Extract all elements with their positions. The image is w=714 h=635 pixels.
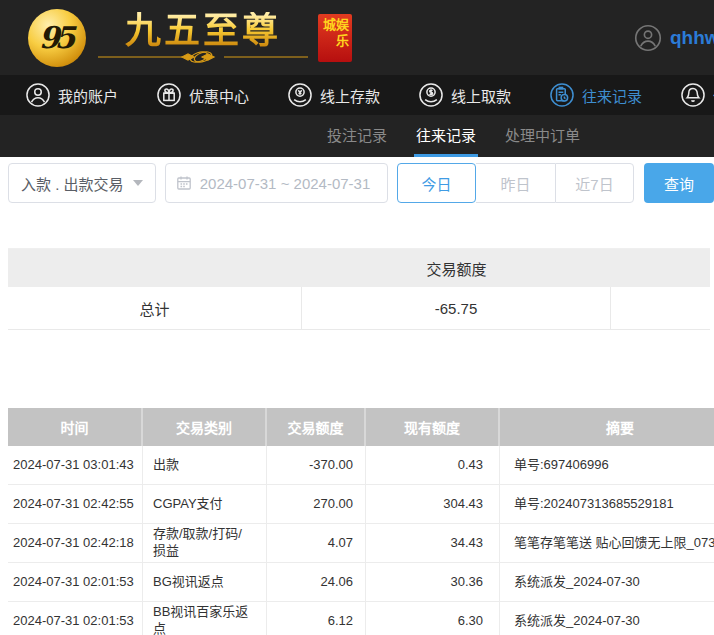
nav-item-label: 往来记录 — [582, 85, 642, 106]
calendar-icon — [176, 175, 192, 191]
deposit-icon — [287, 82, 313, 108]
cell-amount: 270.00 — [267, 485, 366, 523]
cell-time: 2024-07-31 02:01:53 — [8, 563, 143, 601]
date-range-input[interactable]: 2024-07-31 ~ 2024-07-31 — [165, 163, 388, 203]
avatar-icon[interactable] — [634, 24, 662, 52]
query-button[interactable]: 查询 — [644, 163, 714, 203]
cell-type: BG视讯返点 — [143, 563, 267, 601]
quick-range-today[interactable]: 今日 — [397, 163, 476, 203]
quick-range-group: 今日昨日近7日 — [397, 163, 634, 203]
nav-item-account[interactable]: 我的账户 — [25, 82, 118, 108]
flourish-ornament-icon — [96, 50, 310, 63]
table-header-row: 时间交易类别交易额度现有额度摘要 — [8, 408, 714, 446]
nav-item-deposit[interactable]: 线上存款 — [287, 82, 380, 108]
nav-item-promo[interactable]: 优惠中心 — [156, 82, 249, 108]
username[interactable]: qhhw2 — [670, 27, 714, 49]
summary-table: 交易额度 总计 -65.75 — [8, 248, 710, 330]
nav-item-label: 线上存款 — [320, 85, 380, 106]
filter-row: 入款 . 出款交易 2024-07-31 ~ 2024-07-31 今日昨日近7… — [8, 163, 714, 203]
summary-header-row: 交易额度 — [8, 249, 710, 287]
table-body: 2024-07-31 03:01:43出款-370.000.43单号:69740… — [8, 446, 714, 635]
withdraw-icon — [418, 82, 444, 108]
nav-item-label: 我的账户 — [58, 85, 118, 106]
table-row: 2024-07-31 02:01:53BG视讯返点24.0630.36系统派发_… — [8, 563, 714, 602]
logo-badge: 娱乐城 — [318, 14, 352, 62]
cell-amount: -370.00 — [267, 446, 366, 484]
quick-range-last7days[interactable]: 近7日 — [555, 163, 634, 203]
column-header-sum: 摘要 — [500, 408, 714, 446]
nav-item-label: 线上取款 — [451, 85, 511, 106]
table-row: 2024-07-31 02:01:53BB视讯百家乐返点6.126.30系统派发… — [8, 602, 714, 635]
table-row: 2024-07-31 02:42:18存款/取款/打码/损益4.0734.43笔… — [8, 524, 714, 563]
column-header-time: 时间 — [8, 408, 143, 446]
nav-item-messages[interactable]: 信息 — [680, 82, 714, 108]
cell-type: BB视讯百家乐返点 — [143, 602, 267, 635]
cell-type: CGPAY支付 — [143, 485, 267, 523]
nav-item-records[interactable]: 往来记录 — [549, 82, 642, 108]
user-icon — [25, 82, 51, 108]
logo-monogram: 95 — [28, 9, 86, 67]
cell-time: 2024-07-31 03:01:43 — [8, 446, 143, 484]
cell-summary: 系统派发_2024-07-30 — [500, 602, 714, 635]
tab-pending-orders[interactable]: 处理中订单 — [505, 115, 580, 157]
transaction-type-value: 入款 . 出款交易 — [21, 173, 124, 194]
cell-balance: 30.36 — [366, 563, 500, 601]
cell-summary: 单号:697406996 — [500, 446, 714, 484]
summary-total-row: 总计 -65.75 — [8, 287, 710, 330]
summary-row-label: 总计 — [8, 287, 302, 329]
column-header-type: 交易类别 — [143, 408, 267, 446]
summary-total-value: -65.75 — [302, 287, 611, 329]
cell-balance: 6.30 — [366, 602, 500, 635]
cell-type: 出款 — [143, 446, 267, 484]
table-row: 2024-07-31 02:42:55CGPAY支付270.00304.43单号… — [8, 485, 714, 524]
cell-time: 2024-07-31 02:42:55 — [8, 485, 143, 523]
column-header-amt: 交易额度 — [267, 408, 366, 446]
brand-name: 九五至尊 — [125, 12, 281, 50]
nav-item-withdraw[interactable]: 线上取款 — [418, 82, 511, 108]
cell-amount: 24.06 — [267, 563, 366, 601]
summary-header-label: 交易额度 — [302, 249, 611, 287]
site-logo[interactable]: 95 九五至尊 娱乐城 — [28, 9, 352, 67]
cell-summary: 笔笔存笔笔送 贴心回馈无上限_0730 — [500, 524, 714, 562]
user-info: qhhw2 — [634, 0, 714, 75]
chevron-down-icon — [133, 180, 143, 186]
cell-balance: 0.43 — [366, 446, 500, 484]
cell-summary: 系统派发_2024-07-30 — [500, 563, 714, 601]
cell-time: 2024-07-31 02:01:53 — [8, 602, 143, 635]
column-header-bal: 现有额度 — [366, 408, 500, 446]
tab-transfer-records[interactable]: 往来记录 — [416, 115, 476, 157]
cell-summary: 单号:202407313685529181 — [500, 485, 714, 523]
cell-amount: 4.07 — [267, 524, 366, 562]
logo-text-block: 九五至尊 — [96, 12, 310, 64]
date-range-value: 2024-07-31 ~ 2024-07-31 — [200, 175, 371, 192]
subnav-tabs: 投注记录往来记录处理中订单 — [0, 115, 714, 157]
main-nav: 我的账户优惠中心线上存款线上取款往来记录信息 — [0, 75, 714, 115]
cell-amount: 6.12 — [267, 602, 366, 635]
quick-range-yesterday[interactable]: 昨日 — [476, 163, 555, 203]
bell-icon — [680, 82, 706, 108]
cell-type: 存款/取款/打码/损益 — [143, 524, 267, 562]
cell-balance: 304.43 — [366, 485, 500, 523]
table-row: 2024-07-31 03:01:43出款-370.000.43单号:69740… — [8, 446, 714, 485]
transactions-table: 时间交易类别交易额度现有额度摘要 2024-07-31 03:01:43出款-3… — [8, 408, 714, 635]
cell-balance: 34.43 — [366, 524, 500, 562]
tab-bet-records[interactable]: 投注记录 — [327, 115, 387, 157]
gift-icon — [156, 82, 182, 108]
cell-time: 2024-07-31 02:42:18 — [8, 524, 143, 562]
nav-item-label: 优惠中心 — [189, 85, 249, 106]
top-bar: 95 九五至尊 娱乐城 qhhw2 — [0, 0, 714, 75]
records-icon — [549, 82, 575, 108]
transaction-type-select[interactable]: 入款 . 出款交易 — [8, 163, 156, 203]
